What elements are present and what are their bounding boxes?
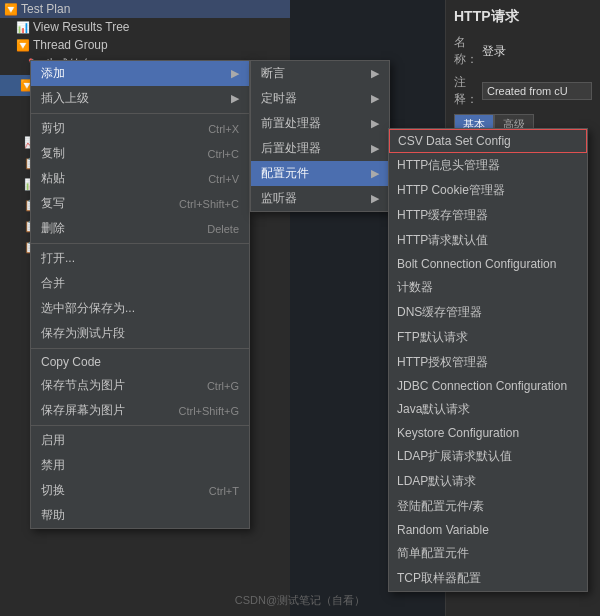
submenu3-item-ftp[interactable]: FTP默认请求 — [389, 325, 587, 350]
submenu3-item-http-cache[interactable]: HTTP缓存管理器 — [389, 203, 587, 228]
submenu3-item-csv[interactable]: CSV Data Set Config — [389, 129, 587, 153]
menu-item-label: 粘贴 — [41, 170, 65, 187]
submenu2-item-preprocessor[interactable]: 前置处理器 ▶ — [251, 111, 389, 136]
shortcut-label: Ctrl+Shift+G — [178, 405, 239, 417]
menu-item-label: 简单配置元件 — [397, 545, 469, 562]
arrow-icon: ▶ — [231, 92, 239, 105]
menu-item-cut[interactable]: 剪切 Ctrl+X — [31, 116, 249, 141]
menu-item-toggle[interactable]: 切换 Ctrl+T — [31, 478, 249, 503]
menu-item-save-selection[interactable]: 选中部分保存为... — [31, 296, 249, 321]
arrow-icon: ▶ — [371, 92, 379, 105]
submenu3-item-tcp[interactable]: TCP取样器配置 — [389, 566, 587, 591]
menu-item-label: HTTP缓存管理器 — [397, 207, 488, 224]
submenu2-item-postprocessor[interactable]: 后置处理器 ▶ — [251, 136, 389, 161]
menu-item-add[interactable]: 添加 ▶ — [31, 61, 249, 86]
menu-item-label: Keystore Configuration — [397, 426, 519, 440]
shortcut-label: Delete — [207, 223, 239, 235]
menu-item-copy-code[interactable]: Copy Code — [31, 351, 249, 373]
submenu3-item-login-config[interactable]: 登陆配置元件/素 — [389, 494, 587, 519]
panel-title: HTTP请求 — [454, 8, 592, 26]
submenu2-item-listener[interactable]: 监听器 ▶ — [251, 186, 389, 211]
menu-item-label: FTP默认请求 — [397, 329, 468, 346]
separator — [31, 348, 249, 349]
menu-item-label: Java默认请求 — [397, 401, 470, 418]
submenu-config-elements: CSV Data Set Config HTTP信息头管理器 HTTP Cook… — [388, 128, 588, 592]
menu-item-label: HTTP授权管理器 — [397, 354, 488, 371]
submenu3-item-http-cookie[interactable]: HTTP Cookie管理器 — [389, 178, 587, 203]
menu-item-label: 禁用 — [41, 457, 65, 474]
arrow-icon: ▶ — [371, 142, 379, 155]
menu-item-label: 合并 — [41, 275, 65, 292]
arrow-icon: ▶ — [231, 67, 239, 80]
menu-item-label: 保存屏幕为图片 — [41, 402, 125, 419]
arrow-icon: ▶ — [371, 117, 379, 130]
menu-item-label: Random Variable — [397, 523, 489, 537]
viewresults-icon: 📊 — [16, 21, 30, 34]
submenu2-item-config[interactable]: 配置元件 ▶ — [251, 161, 389, 186]
separator — [31, 243, 249, 244]
menu-item-label: 登陆配置元件/素 — [397, 498, 484, 515]
menu-item-help[interactable]: 帮助 — [31, 503, 249, 528]
tree-item-threadgroup[interactable]: 🔽 Thread Group — [0, 36, 290, 54]
submenu2-item-timer[interactable]: 定时器 ▶ — [251, 86, 389, 111]
submenu3-item-bolt[interactable]: Bolt Connection Configuration — [389, 253, 587, 275]
menu-item-label: 保存为测试片段 — [41, 325, 125, 342]
menu-item-open[interactable]: 打开... — [31, 246, 249, 271]
menu-item-delete[interactable]: 删除 Delete — [31, 216, 249, 241]
menu-item-save-screen-img[interactable]: 保存屏幕为图片 Ctrl+Shift+G — [31, 398, 249, 423]
submenu3-item-simple-config[interactable]: 简单配置元件 — [389, 541, 587, 566]
menu-item-copy[interactable]: 复制 Ctrl+C — [31, 141, 249, 166]
menu-item-label: LDAP默认请求 — [397, 473, 476, 490]
submenu3-item-jdbc[interactable]: JDBC Connection Configuration — [389, 375, 587, 397]
separator — [31, 425, 249, 426]
menu-item-label: 复制 — [41, 145, 65, 162]
menu-item-label: 断言 — [261, 65, 285, 82]
menu-item-paste[interactable]: 粘贴 Ctrl+V — [31, 166, 249, 191]
shortcut-label: Ctrl+X — [208, 123, 239, 135]
menu-item-label: 帮助 — [41, 507, 65, 524]
menu-item-duplicate[interactable]: 复写 Ctrl+Shift+C — [31, 191, 249, 216]
submenu3-item-random-var[interactable]: Random Variable — [389, 519, 587, 541]
menu-item-label: HTTP请求默认值 — [397, 232, 488, 249]
menu-item-save-fragment[interactable]: 保存为测试片段 — [31, 321, 249, 346]
menu-item-label: 配置元件 — [261, 165, 309, 182]
menu-item-label: 剪切 — [41, 120, 65, 137]
menu-item-label: DNS缓存管理器 — [397, 304, 482, 321]
menu-item-label: 选中部分保存为... — [41, 300, 135, 317]
menu-item-save-node-img[interactable]: 保存节点为图片 Ctrl+G — [31, 373, 249, 398]
menu-item-merge[interactable]: 合并 — [31, 271, 249, 296]
context-menu: 添加 ▶ 插入上级 ▶ 剪切 Ctrl+X 复制 Ctrl+C 粘贴 Ctrl+… — [30, 60, 250, 529]
menu-item-insert-parent[interactable]: 插入上级 ▶ — [31, 86, 249, 111]
comment-label: 注释： — [454, 74, 482, 108]
submenu3-item-http-auth[interactable]: HTTP授权管理器 — [389, 350, 587, 375]
name-value: 登录 — [482, 43, 592, 60]
menu-item-label: 切换 — [41, 482, 65, 499]
menu-item-label: 插入上级 — [41, 90, 89, 107]
tree-label: Thread Group — [33, 38, 108, 52]
comment-field-row: 注释： — [454, 74, 592, 108]
shortcut-label: Ctrl+G — [207, 380, 239, 392]
menu-item-disable[interactable]: 禁用 — [31, 453, 249, 478]
submenu3-item-ldap-ext[interactable]: LDAP扩展请求默认值 — [389, 444, 587, 469]
name-field-row: 名称： 登录 — [454, 34, 592, 68]
submenu3-item-keystore[interactable]: Keystore Configuration — [389, 422, 587, 444]
comment-input[interactable] — [482, 82, 592, 100]
name-label: 名称： — [454, 34, 482, 68]
submenu3-item-counter[interactable]: 计数器 — [389, 275, 587, 300]
submenu3-item-dns[interactable]: DNS缓存管理器 — [389, 300, 587, 325]
watermark: CSDN@测试笔记（自看） — [0, 593, 600, 608]
menu-item-label: Copy Code — [41, 355, 101, 369]
threadgroup-icon: 🔽 — [16, 39, 30, 52]
submenu3-item-http-header[interactable]: HTTP信息头管理器 — [389, 153, 587, 178]
tree-item-testplan[interactable]: 🔽 Test Plan — [0, 0, 290, 18]
submenu3-item-java[interactable]: Java默认请求 — [389, 397, 587, 422]
submenu3-item-http-defaults[interactable]: HTTP请求默认值 — [389, 228, 587, 253]
tree-item-viewresults[interactable]: 📊 View Results Tree — [0, 18, 290, 36]
menu-item-label: 计数器 — [397, 279, 433, 296]
arrow-icon: ▶ — [371, 67, 379, 80]
submenu3-item-ldap[interactable]: LDAP默认请求 — [389, 469, 587, 494]
tree-label: Test Plan — [21, 2, 70, 16]
menu-item-label: LDAP扩展请求默认值 — [397, 448, 512, 465]
submenu2-item-assertion[interactable]: 断言 ▶ — [251, 61, 389, 86]
menu-item-enable[interactable]: 启用 — [31, 428, 249, 453]
